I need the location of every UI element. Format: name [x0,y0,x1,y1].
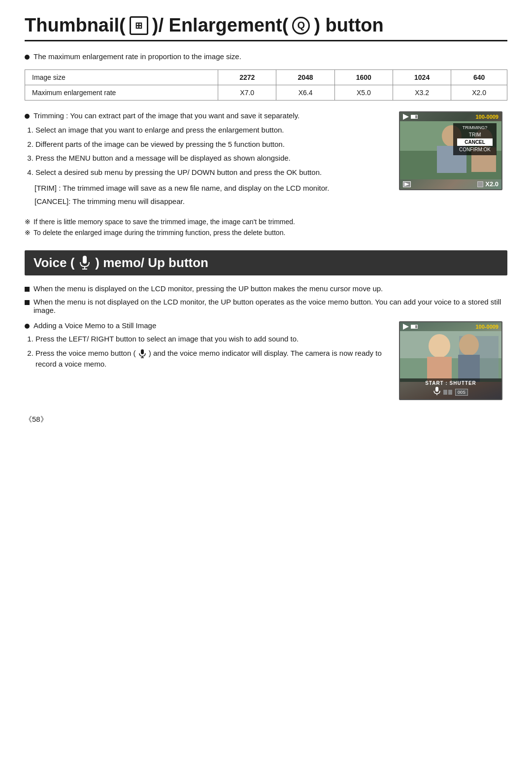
camera-footer-1: X2.0 [400,179,501,189]
voice-step-2: Press the voice memo button ( ) and the … [35,348,389,370]
menu-item-trim: TRIM [457,131,493,138]
table-cell-2: X5.0 [334,85,393,101]
table-header-1: 2272 [218,70,276,85]
title-text-part3: ) button [314,15,383,36]
steps-list: Select an image that you want to enlarge… [25,125,389,178]
trimming-title: Trimming : You can extract part of the i… [33,111,299,120]
section2-title-part1: Voice ( [33,255,74,271]
section2-title-part2: ) memo/ Up button [95,255,208,271]
camera-footer-2: START : SHUTTER 00S [400,378,501,399]
menu-item-cancel: CANCEL [457,138,493,146]
camera-overlay-menu: TRIMMING? TRIM CANCEL CONFIRM:OK [453,123,497,155]
svg-rect-22 [435,387,438,392]
microphone-icon [78,256,91,271]
table-header-5: 640 [451,70,507,85]
step-4: Select a desired sub menu by pressing th… [35,167,389,178]
bullet-text-1: The maximum enlargement rate in proporti… [33,52,241,61]
camera-screen-2: 100-0009 START : SHU [399,321,502,400]
timer-display: 00S [455,389,468,396]
page-title: Thumbnail( ⊞ )/ Enlargement( Q ) button [25,15,507,41]
svg-marker-7 [404,182,409,186]
start-shutter-text: START : SHUTTER [404,380,498,386]
mic-symbol-2 [433,387,440,397]
portrait-bg-2 [400,331,501,382]
camera-header-1: 100-0009 [400,112,501,121]
svg-rect-8 [83,256,87,264]
svg-marker-0 [403,114,409,120]
bracket-trim: [TRIM] : The trimmed image will save as … [34,183,389,194]
camera-header-2: 100-0009 [400,322,501,331]
play-icon-2 [403,324,409,330]
step-2: Different parts of the image can be view… [35,139,389,150]
trimming-section: Trimming : You can extract part of the i… [25,111,507,209]
table-header-4: 1024 [393,70,451,85]
camera-screen-1-container: 100-0009 TRIMMING? TRIM [399,111,507,209]
square-bullet-2 [25,300,30,305]
bracket-cancel: [CANCEL]: The trimming menu will disappe… [34,196,389,207]
menu-item-confirm: CONFIRM:OK [457,146,493,153]
note-symbol-1: ※ [25,218,31,226]
bullet-section-1: The maximum enlargement rate in proporti… [25,52,507,61]
svg-rect-11 [141,349,144,354]
bar-indicator [443,390,452,395]
voice-step-1: Press the LEFT/ RIGHT button to select a… [35,334,389,345]
svg-rect-21 [458,355,480,382]
note-symbol-2: ※ [25,229,31,237]
camera-screen-1: 100-0009 TRIMMING? TRIM [399,111,502,190]
notes-section: ※ If there is little memory space to sav… [25,218,507,237]
enlargement-table: Image size 2272 2048 1600 1024 640 Maxim… [25,69,507,101]
page-number: 《58》 [25,415,507,424]
enlargement-icon: Q [292,17,310,34]
voice-steps-list: Press the LEFT/ RIGHT button to select a… [25,334,389,370]
voice-adding-section: Adding a Voice Memo to a Still Image Pre… [25,321,507,400]
trimming-text: Trimming : You can extract part of the i… [25,111,389,209]
step-1: Select an image that you want to enlarge… [35,125,389,136]
thumbnail-icon: ⊞ [130,16,148,35]
step-3: Press the MENU button and a message will… [35,153,389,164]
table-cell-0: X7.0 [218,85,276,101]
table-header-0: Image size [25,70,218,85]
menu-title: TRIMMING? [457,125,493,130]
thumbnail-small-icon [403,181,411,187]
voice-bullet-2: When the menu is not displayed on the LC… [33,298,507,314]
note-text-1: If there is little memory space to save … [33,218,295,226]
svg-point-18 [429,334,450,358]
mic-bar-row: 00S [404,387,498,397]
title-text-part2: )/ Enlargement( [152,15,289,36]
table-header-3: 1600 [334,70,393,85]
title-text-part1: Thumbnail( [25,15,126,36]
play-icon-1 [403,114,409,120]
voice-adding-text: Adding a Voice Memo to a Still Image Pre… [25,321,389,400]
adding-title: Adding a Voice Memo to a Still Image [33,321,156,330]
inline-mic-icon [139,349,146,358]
file-number-1: 100-0009 [476,114,499,120]
bullet-dot-1 [25,55,30,60]
note-text-2: To delete the enlarged image during the … [33,229,285,237]
file-number-2: 100-0009 [476,324,499,330]
table-row-label: Maximum enlargement rate [25,85,218,101]
table-cell-3: X3.2 [393,85,451,101]
voice-bullets: When the menu is displayed on the LCD mo… [25,284,507,314]
table-header-2: 2048 [276,70,334,85]
voice-section-header: Voice ( ) memo/ Up button [25,250,507,275]
square-bullet-1 [25,287,30,292]
table-cell-4: X2.0 [451,85,507,101]
zoom-label-1: X2.0 [485,180,499,188]
svg-marker-14 [403,324,409,330]
camera-screen-2-container: 100-0009 START : SHU [399,321,507,400]
table-cell-1: X6.4 [276,85,334,101]
bullet-dot-voice [25,324,30,329]
svg-point-20 [459,334,479,356]
bullet-dot-trim [25,114,30,119]
voice-bullet-1: When the menu is displayed on the LCD mo… [33,284,383,293]
